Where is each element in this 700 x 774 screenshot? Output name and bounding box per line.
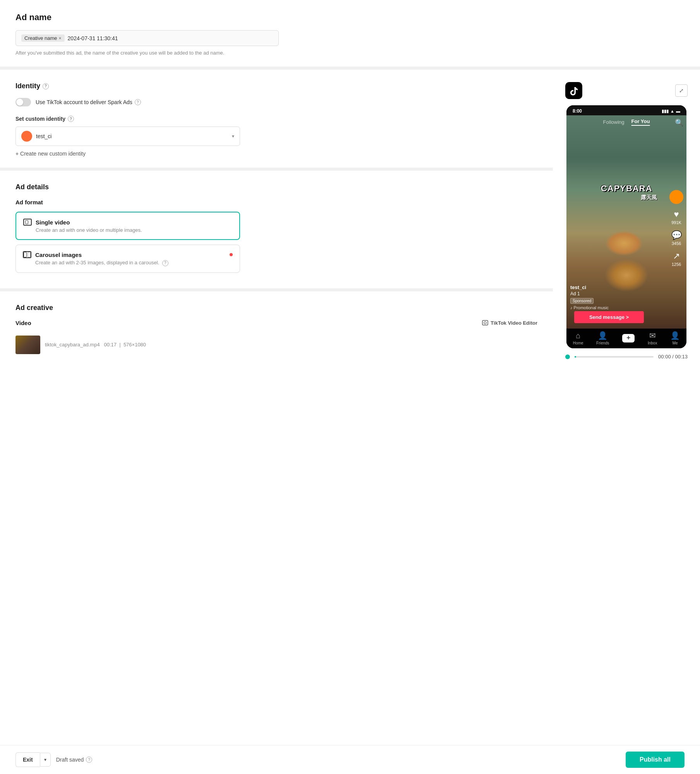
share-button[interactable]: ↗ 1256 <box>672 251 681 267</box>
ad-format-label: Ad format <box>15 199 537 205</box>
video-label: Video <box>15 320 31 326</box>
foryou-tab[interactable]: For You <box>631 118 650 126</box>
status-time: 8:00 <box>573 108 582 114</box>
ad-creative-title: Ad creative <box>15 304 53 312</box>
like-button[interactable]: ♥ 991K <box>671 209 681 225</box>
comment-count: 3456 <box>672 241 681 246</box>
capybara-text-sub: 露天風 <box>641 194 657 201</box>
capybara-text: CAPYBARA <box>601 183 652 194</box>
ad-name-title: Ad name <box>15 12 685 22</box>
custom-identity-label: Set custom identity ? <box>15 116 537 122</box>
bottom-bar: Exit ▾ Draft saved ? Publish all <box>0 745 700 774</box>
single-video-name: Single video <box>36 219 232 226</box>
me-icon: 👤 <box>670 331 680 340</box>
editor-icon <box>482 320 488 326</box>
spark-ads-help-icon[interactable]: ? <box>135 99 141 105</box>
bottom-info: test_ci Ad 1 Sponsored ♪ Promotional mus… <box>570 284 663 310</box>
search-icon[interactable]: 🔍 <box>675 118 683 127</box>
format-single-video[interactable]: Single video Create an ad with one video… <box>15 212 240 240</box>
battery-icon: ▬ <box>676 109 680 113</box>
spark-ads-toggle-row: Use TikTok account to deliver Spark Ads … <box>15 98 537 106</box>
ad-details-title: Ad details <box>15 183 49 191</box>
ad-sublabel: Ad 1 <box>570 291 663 296</box>
carousel-name: Carousel images <box>35 252 224 258</box>
nav-home[interactable]: ⌂ Home <box>573 331 583 345</box>
comment-icon: 💬 <box>671 230 682 240</box>
single-video-icon <box>23 219 32 226</box>
carousel-red-dot <box>230 253 233 256</box>
create-icon: + <box>622 334 635 342</box>
ad-creative-heading: Ad creative <box>15 304 537 312</box>
draft-help-icon[interactable]: ? <box>86 757 92 763</box>
video-content: Following For You 🔍 CAPYBARA 露天風 ♥ 991K <box>566 115 686 329</box>
sponsored-badge: Sponsored <box>570 298 594 304</box>
identity-name: test_ci <box>36 133 228 139</box>
identity-section: Identity ? Use TikTok account to deliver… <box>0 70 553 171</box>
phone-status-bar: 8:00 ▮▮▮ ▲ ▬ <box>566 105 686 115</box>
format-single-video-header: Single video <box>23 219 232 226</box>
like-count: 991K <box>671 220 681 225</box>
ad-name-value: 2024-07-31 11:30:41 <box>68 35 273 41</box>
video-username: test_ci <box>570 284 663 290</box>
svg-rect-0 <box>482 320 488 325</box>
feed-tabs: Following For You <box>603 118 650 126</box>
share-icon: ↗ <box>673 251 680 261</box>
progress-fill <box>575 356 576 358</box>
publish-all-button[interactable]: Publish all <box>626 752 685 768</box>
nav-create[interactable]: + <box>622 334 635 342</box>
music-label: ♪ Promotional music <box>570 305 663 310</box>
format-carousel-images[interactable]: Carousel images Create an ad with 2-35 i… <box>15 245 240 273</box>
chevron-down-icon: ▾ <box>232 134 234 139</box>
video-info: tiktok_capybara_ad.mp4 00:17 | 576×1080 <box>45 342 146 348</box>
status-icons: ▮▮▮ ▲ ▬ <box>662 109 680 114</box>
cta-button[interactable]: Send message > <box>574 311 644 323</box>
heart-icon: ♥ <box>674 209 679 219</box>
ad-details-heading: Ad details <box>15 183 537 191</box>
svg-point-1 <box>484 322 486 324</box>
progress-dot <box>565 354 570 359</box>
tag-close-icon[interactable]: × <box>59 36 62 41</box>
exit-button[interactable]: Exit <box>15 752 40 767</box>
identity-select[interactable]: test_ci ▾ <box>15 127 240 146</box>
signal-icon: ▮▮▮ <box>662 109 669 114</box>
comment-button[interactable]: 💬 3456 <box>671 230 682 246</box>
video-label-row: Video TikTok Video Editor <box>15 320 537 326</box>
spark-ads-toggle[interactable] <box>15 98 31 106</box>
ad-name-input-row[interactable]: Creative name × 2024-07-31 11:30:41 <box>15 30 279 46</box>
home-icon: ⌂ <box>576 331 580 340</box>
carousel-help-icon[interactable]: ? <box>162 260 168 266</box>
identity-help-icon[interactable]: ? <box>43 83 49 89</box>
tiktok-editor-link[interactable]: TikTok Video Editor <box>482 320 537 326</box>
create-identity-link[interactable]: + Create new custom identity <box>15 151 537 157</box>
exit-group: Exit ▾ Draft saved ? <box>15 752 92 767</box>
main-content: Identity ? Use TikTok account to deliver… <box>0 70 700 400</box>
bottom-nav: ⌂ Home 👤 Friends + ✉ Inbox <box>566 329 686 348</box>
progress-time: 00:00 / 00:13 <box>658 354 688 360</box>
nav-inbox[interactable]: ✉ Inbox <box>648 331 657 345</box>
draft-saved-label: Draft saved ? <box>56 757 93 763</box>
tag-label: Creative name <box>24 35 57 41</box>
left-panel: Identity ? Use TikTok account to deliver… <box>0 70 553 369</box>
identity-avatar <box>21 131 32 142</box>
tiktok-logo <box>565 82 582 99</box>
progress-bar[interactable] <box>575 356 654 358</box>
exit-caret-button[interactable]: ▾ <box>40 753 51 767</box>
nav-me[interactable]: 👤 Me <box>670 331 680 345</box>
progress-row: 00:00 / 00:13 <box>565 354 688 360</box>
identity-title: Identity <box>15 82 40 90</box>
user-avatar-action[interactable] <box>669 190 683 204</box>
wifi-icon: ▲ <box>670 109 674 113</box>
ad-name-hint: After you've submitted this ad, the name… <box>15 50 279 56</box>
single-video-desc: Create an ad with one video or multiple … <box>23 227 232 233</box>
toggle-knob <box>16 99 23 106</box>
expand-icon[interactable]: ⤢ <box>675 84 688 97</box>
ad-name-section: Ad name Creative name × 2024-07-31 11:30… <box>0 0 700 70</box>
creative-name-tag: Creative name × <box>21 34 65 42</box>
video-thumbnail <box>15 336 40 354</box>
following-tab[interactable]: Following <box>603 119 625 125</box>
nav-friends[interactable]: 👤 Friends <box>596 331 609 345</box>
right-actions: ♥ 991K 💬 3456 ↗ 1256 <box>669 190 683 267</box>
format-carousel-header: Carousel images <box>23 251 233 258</box>
custom-identity-help-icon[interactable]: ? <box>68 116 74 122</box>
ad-creative-section: Ad creative Video TikTok Video Editor <box>0 291 553 369</box>
